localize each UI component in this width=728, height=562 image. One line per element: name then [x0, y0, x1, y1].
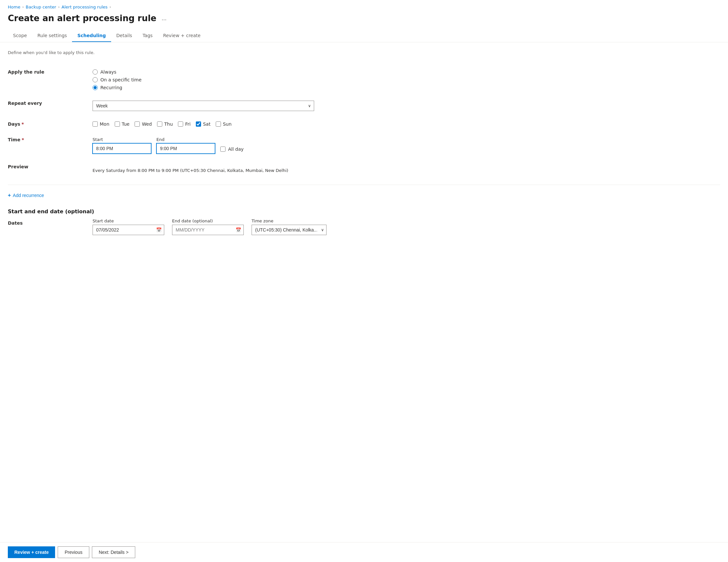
divider-1 — [8, 185, 720, 185]
day-mon-checkbox[interactable] — [93, 122, 98, 127]
timezone-wrapper: (UTC+05:30) Chennai, Kolka... ∨ — [252, 225, 327, 235]
radio-recurring-input[interactable] — [93, 85, 98, 90]
radio-specific-time-input[interactable] — [93, 77, 98, 82]
timezone-select[interactable]: (UTC+05:30) Chennai, Kolka... — [252, 225, 327, 235]
apply-rule-control: Always On a specific time Recurring — [93, 64, 720, 95]
start-date-label: Start date — [93, 219, 164, 223]
end-date-input-wrapper: 📅 — [172, 225, 244, 235]
day-wed-checkbox[interactable] — [135, 122, 140, 127]
page-title-row: Create an alert processing rule ... — [0, 11, 728, 30]
tab-scope[interactable]: Scope — [8, 30, 32, 42]
day-wed-label: Wed — [142, 122, 152, 127]
repeat-every-select[interactable]: Hour Day Week Month — [93, 101, 314, 111]
main-content: Define when you'd like to apply this rul… — [0, 42, 728, 542]
day-sat-label: Sat — [203, 122, 211, 127]
dates-form-row: Dates Start date 📅 End date (optional) — [8, 219, 720, 235]
allday-label: All day — [228, 147, 244, 152]
preview-label: Preview — [8, 159, 93, 182]
next-button[interactable]: Next: Details > — [92, 546, 135, 558]
day-tue-label: Tue — [122, 122, 130, 127]
add-recurrence-button[interactable]: + Add recurrence — [8, 192, 44, 199]
tab-details[interactable]: Details — [111, 30, 138, 42]
breadcrumb-home[interactable]: Home — [8, 5, 20, 9]
end-date-field: End date (optional) 📅 — [172, 219, 244, 235]
dates-label: Dates — [8, 219, 93, 235]
end-time-input[interactable] — [156, 143, 215, 154]
day-sun-label: Sun — [223, 122, 232, 127]
page-title: Create an alert processing rule — [8, 13, 156, 23]
previous-button[interactable]: Previous — [58, 546, 89, 558]
tab-bar: ScopeRule settingsSchedulingDetailsTagsR… — [0, 30, 728, 42]
allday-checkbox[interactable] — [220, 147, 226, 152]
dates-row: Start date 📅 End date (optional) 📅 — [93, 219, 720, 235]
day-thu[interactable]: Thu — [157, 122, 173, 127]
dates-control: Start date 📅 End date (optional) 📅 — [93, 219, 720, 235]
day-mon-label: Mon — [100, 122, 109, 127]
apply-rule-label: Apply the rule — [8, 64, 93, 95]
days-label: Days * — [8, 116, 93, 132]
review-create-button[interactable]: Review + create — [8, 546, 55, 558]
radio-specific-time-label: On a specific time — [100, 77, 141, 82]
time-label: Time * — [8, 132, 93, 159]
breadcrumb-alert-rules[interactable]: Alert processing rules — [62, 5, 108, 9]
start-end-date-section: Start and end date (optional) Dates Star… — [8, 209, 720, 235]
time-required: * — [22, 137, 24, 142]
day-sun-checkbox[interactable] — [216, 122, 221, 127]
tab-rule-settings[interactable]: Rule settings — [32, 30, 72, 42]
breadcrumb-sep-3: › — [109, 5, 111, 9]
day-tue-checkbox[interactable] — [115, 122, 120, 127]
day-fri[interactable]: Fri — [178, 122, 191, 127]
day-thu-label: Thu — [164, 122, 173, 127]
start-time-input[interactable] — [93, 143, 151, 154]
day-sat-checkbox[interactable] — [196, 122, 201, 127]
breadcrumb: Home › Backup center › Alert processing … — [0, 0, 728, 11]
timezone-label: Time zone — [252, 219, 327, 223]
ellipsis-button[interactable]: ... — [160, 14, 168, 22]
start-date-input-wrapper: 📅 — [93, 225, 164, 235]
start-time-field: Start — [93, 137, 151, 154]
radio-always-input[interactable] — [93, 69, 98, 75]
repeat-every-label: Repeat every — [8, 95, 93, 116]
page-subtitle: Define when you'd like to apply this rul… — [8, 50, 720, 55]
time-inputs-row: Start End All day — [93, 137, 720, 154]
day-mon[interactable]: Mon — [93, 122, 109, 127]
day-tue[interactable]: Tue — [115, 122, 130, 127]
apply-rule-radio-group: Always On a specific time Recurring — [93, 69, 720, 90]
radio-specific-time[interactable]: On a specific time — [93, 77, 720, 82]
end-time-label: End — [156, 137, 215, 142]
repeat-every-control: Hour Day Week Month ∨ — [93, 95, 720, 116]
tab-tags[interactable]: Tags — [137, 30, 158, 42]
footer: Review + create Previous Next: Details > — [0, 542, 728, 562]
tab-review-create[interactable]: Review + create — [158, 30, 206, 42]
start-date-field: Start date 📅 — [93, 219, 164, 235]
day-thu-checkbox[interactable] — [157, 122, 162, 127]
days-group: Mon Tue Wed Thu — [93, 122, 720, 127]
day-fri-checkbox[interactable] — [178, 122, 183, 127]
radio-always[interactable]: Always — [93, 69, 720, 75]
end-date-label: End date (optional) — [172, 219, 244, 223]
end-date-input[interactable] — [172, 225, 244, 235]
radio-always-label: Always — [100, 69, 116, 75]
day-sun[interactable]: Sun — [216, 122, 232, 127]
preview-text: Every Saturday from 8:00 PM to 9:00 PM (… — [93, 164, 720, 177]
repeat-every-select-wrapper: Hour Day Week Month ∨ — [93, 101, 314, 111]
allday-checkbox-item[interactable]: All day — [220, 147, 244, 154]
breadcrumb-sep-1: › — [22, 5, 23, 9]
days-required: * — [22, 122, 24, 127]
start-time-label: Start — [93, 137, 151, 142]
breadcrumb-backup-center[interactable]: Backup center — [26, 5, 56, 9]
apply-rule-section: Apply the rule Always On a specific time… — [8, 64, 720, 182]
end-time-field: End — [156, 137, 215, 154]
days-control: Mon Tue Wed Thu — [93, 116, 720, 132]
start-date-input[interactable] — [93, 225, 164, 235]
day-sat[interactable]: Sat — [196, 122, 211, 127]
start-end-date-heading: Start and end date (optional) — [8, 209, 720, 215]
day-fri-label: Fri — [185, 122, 191, 127]
tab-scheduling[interactable]: Scheduling — [72, 30, 111, 42]
breadcrumb-sep-2: › — [58, 5, 59, 9]
day-wed[interactable]: Wed — [135, 122, 152, 127]
add-recurrence-label: Add recurrence — [13, 193, 44, 198]
radio-recurring[interactable]: Recurring — [93, 85, 720, 90]
radio-recurring-label: Recurring — [100, 85, 122, 90]
add-icon: + — [8, 193, 11, 198]
